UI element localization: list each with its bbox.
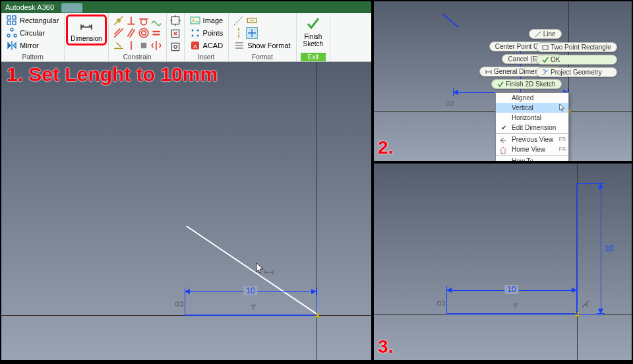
ribbon-group-constrain: Constrain bbox=[109, 13, 167, 61]
svg-point-21 bbox=[196, 35, 198, 37]
dimension-v-3[interactable]: 10 bbox=[601, 183, 601, 314]
marking-line-button[interactable]: Line bbox=[529, 29, 562, 39]
svg-point-10 bbox=[139, 28, 148, 38]
constraint-horizontal-icon[interactable] bbox=[113, 40, 125, 51]
constraint-perpendicular-icon[interactable] bbox=[125, 15, 137, 26]
sketch-line-diag[interactable] bbox=[186, 226, 316, 315]
ribbon-group-pattern: Rectangular Circular Mirror Pattern bbox=[1, 13, 65, 61]
svg-rect-1 bbox=[13, 16, 16, 19]
panel-1: Autodesk A360 Rectangular Circular bbox=[0, 0, 373, 361]
insert-points-label: Points bbox=[203, 29, 224, 37]
titlebar: Autodesk A360 bbox=[1, 1, 371, 13]
constraint-equal-icon[interactable] bbox=[150, 27, 162, 39]
marking-projgeo-button[interactable]: Project Geometry bbox=[536, 67, 617, 77]
svg-rect-27 bbox=[543, 46, 548, 49]
ctx-previous-view[interactable]: Previous ViewF5 bbox=[496, 135, 568, 144]
constraint-concentric-icon[interactable] bbox=[138, 27, 150, 39]
svg-point-4 bbox=[11, 28, 13, 31]
constraint-smooth-icon[interactable] bbox=[150, 15, 162, 26]
ctx-vertical[interactable]: Vertical bbox=[496, 103, 568, 113]
svg-point-19 bbox=[196, 30, 198, 32]
mirror-label: Mirror bbox=[20, 42, 39, 49]
centerpoint-icon[interactable] bbox=[246, 27, 258, 39]
pattern-group-label: Pattern bbox=[5, 53, 60, 61]
ctx-horizontal[interactable]: Horizontal bbox=[496, 113, 568, 123]
svg-point-25 bbox=[175, 302, 179, 306]
show-format-label: Show Format bbox=[247, 42, 290, 49]
constraint-settings-icon[interactable] bbox=[169, 41, 181, 53]
ctx-home-view[interactable]: Home ViewF6 bbox=[496, 144, 568, 154]
construction-icon[interactable] bbox=[233, 15, 245, 26]
dimension-button[interactable]: Dimension bbox=[66, 15, 106, 46]
ribbon-group-dimension: Dimension bbox=[65, 13, 108, 61]
ribbon-group-autodim bbox=[167, 13, 185, 61]
circular-label: Circular bbox=[20, 29, 45, 37]
insert-points-button[interactable]: Points bbox=[189, 27, 225, 39]
constraint-vertical-icon[interactable] bbox=[125, 40, 137, 51]
sketch-line-h-3[interactable] bbox=[446, 313, 577, 315]
constraint-symmetry-icon[interactable] bbox=[150, 40, 162, 51]
canvas-1[interactable]: 10 bbox=[1, 62, 371, 360]
dimension-h-3-value: 10 bbox=[504, 285, 518, 294]
svg-point-26 bbox=[446, 102, 450, 106]
perpendicular-symbol-icon bbox=[581, 299, 590, 309]
circular-pattern-button[interactable]: Circular bbox=[5, 27, 60, 39]
auto-dim-icon[interactable] bbox=[169, 15, 181, 26]
mirror-button[interactable]: Mirror bbox=[5, 40, 60, 51]
show-format-button[interactable]: Show Format bbox=[233, 40, 291, 51]
svg-point-9 bbox=[141, 31, 146, 36]
svg-rect-0 bbox=[7, 16, 11, 19]
finish-sketch-button[interactable]: Finish Sketch bbox=[301, 15, 326, 49]
rectangular-pattern-button[interactable]: Rectangular bbox=[5, 15, 60, 26]
insert-image-button[interactable]: Image bbox=[189, 15, 225, 26]
sketch-line-h[interactable] bbox=[185, 315, 316, 316]
marking-ok-button[interactable]: OK bbox=[536, 55, 617, 65]
app-title: Autodesk A360 bbox=[5, 3, 54, 11]
insert-image-label: Image bbox=[203, 16, 224, 24]
svg-text:A: A bbox=[193, 44, 197, 49]
svg-rect-12 bbox=[171, 16, 179, 24]
step2-label: 2. bbox=[378, 137, 393, 158]
step3-label: 3. bbox=[378, 336, 393, 357]
ctx-how-to[interactable]: How To... bbox=[496, 156, 568, 161]
svg-rect-14 bbox=[171, 43, 179, 50]
panel-2: 5,917 Line Center Point Circle▸ Cancel (… bbox=[373, 0, 633, 162]
format-group-label: Format bbox=[233, 53, 291, 61]
svg-rect-11 bbox=[141, 44, 146, 48]
svg-point-5 bbox=[7, 34, 10, 37]
constraint-tangent-icon[interactable] bbox=[138, 15, 150, 26]
marking-finish2d-button[interactable]: Finish 2D Sketch bbox=[491, 79, 562, 89]
show-constraints-icon[interactable] bbox=[169, 28, 181, 40]
fixed-symbol-icon bbox=[174, 299, 183, 309]
dimension-h-3[interactable]: 10 bbox=[446, 290, 577, 291]
dimension-v-3-value: 10 bbox=[605, 244, 613, 253]
constrain-group-label: Constrain bbox=[113, 53, 162, 61]
dimension-h[interactable]: 10 bbox=[185, 291, 316, 292]
driven-dim-icon[interactable] bbox=[246, 15, 258, 26]
ribbon-group-exit: Finish Sketch Exit bbox=[297, 13, 331, 61]
constraint-coincident-icon[interactable] bbox=[113, 15, 125, 26]
fixed-symbol-icon-3 bbox=[436, 299, 445, 308]
ctx-aligned[interactable]: Aligned bbox=[496, 93, 568, 103]
canvas-3[interactable]: 10 10 bbox=[374, 164, 632, 360]
ctx-edit-dimension[interactable]: ✔Edit Dimension bbox=[496, 123, 568, 133]
marking-tprect-button[interactable]: Two Point Rectangle bbox=[536, 42, 617, 52]
panel-3: 10 10 3. bbox=[373, 162, 633, 361]
ribbon-group-insert: Image Points A ACAD Insert bbox=[185, 13, 229, 61]
constraint-collinear-icon[interactable] bbox=[113, 27, 125, 39]
dimension-h-value: 10 bbox=[243, 286, 257, 295]
exit-group-label: Exit bbox=[301, 53, 326, 61]
centerline-icon[interactable] bbox=[233, 27, 245, 39]
context-menu: Aligned Vertical Horizontal ✔Edit Dimens… bbox=[495, 92, 569, 161]
finish-sketch-label: Finish Sketch bbox=[303, 33, 324, 47]
canvas-2[interactable]: 5,917 Line Center Point Circle▸ Cancel (… bbox=[374, 1, 632, 161]
ribbon-group-format: Show Format Format bbox=[229, 13, 296, 61]
insert-acad-button[interactable]: A ACAD bbox=[189, 40, 225, 51]
ground-symbol-icon bbox=[249, 303, 258, 312]
dimension-label: Dimension bbox=[71, 35, 102, 42]
constraint-fix-icon[interactable] bbox=[138, 40, 150, 51]
constraint-parallel-icon[interactable] bbox=[125, 27, 137, 39]
insert-acad-label: ACAD bbox=[203, 42, 224, 49]
ctx-cursor-icon bbox=[559, 104, 566, 113]
marking-menu-right: Two Point Rectangle OK Project Geometry bbox=[536, 42, 617, 77]
